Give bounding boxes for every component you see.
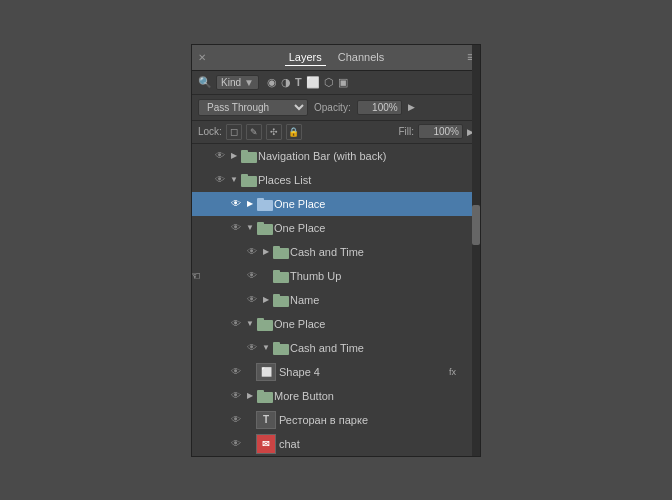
filter-adj-icon[interactable]: ◑ (281, 76, 291, 89)
blend-mode-select[interactable]: Pass Through (198, 99, 308, 116)
layer-item[interactable]: 👁 ▶ Cash and Time (192, 240, 480, 264)
visibility-icon[interactable]: 👁 (228, 316, 244, 332)
filter-smart-icon[interactable]: ⬡ (324, 76, 334, 89)
svg-rect-7 (257, 222, 264, 226)
opacity-label: Opacity: (314, 102, 351, 113)
svg-rect-5 (257, 198, 264, 202)
text-thumb: T (256, 411, 276, 429)
layer-item[interactable]: 👁 ▶ Thumb Up (192, 264, 480, 288)
filter-text-icon[interactable]: T (295, 76, 302, 88)
collapse-arrow[interactable]: ▶ (244, 198, 256, 210)
visibility-icon[interactable]: 👁 (228, 412, 244, 428)
lock-row: Lock: ◻ ✎ ✣ 🔒 Fill: ▶ (192, 121, 480, 144)
filter-shape-icon[interactable]: ⬜ (306, 76, 320, 89)
collapse-arrow[interactable]: ▼ (260, 342, 272, 354)
layer-item[interactable]: 👁 ▶ ✉ chat (192, 432, 480, 456)
folder-icon (272, 292, 290, 308)
visibility-icon[interactable]: 👁 (244, 340, 260, 356)
folder-icon (256, 220, 274, 236)
visibility-icon[interactable]: 👁 (212, 148, 228, 164)
filter-pixel-icon[interactable]: ◉ (267, 76, 277, 89)
panel-header: ✕ Layers Channels ≡ (192, 45, 480, 71)
svg-rect-3 (241, 174, 248, 178)
collapse-arrow[interactable]: ▼ (244, 318, 256, 330)
layer-item[interactable]: 👁 ▼ Places List (192, 168, 480, 192)
fill-section: Fill: ▶ (398, 124, 474, 139)
svg-rect-13 (273, 294, 280, 298)
opacity-input[interactable] (357, 100, 402, 115)
layer-item[interactable]: 👁 ▼ One Place (192, 216, 480, 240)
layer-name: Cash and Time (290, 342, 476, 354)
folder-icon (240, 148, 258, 164)
layer-name: Places List (258, 174, 476, 186)
image-thumb: ✉ (256, 434, 276, 454)
layers-panel: ✕ Layers Channels ≡ 🔍 Kind ▼ ◉ ◑ T ⬜ ⬡ ▣… (191, 44, 481, 457)
svg-rect-9 (273, 246, 280, 250)
filter-more-icon[interactable]: ▣ (338, 76, 348, 89)
filter-row: 🔍 Kind ▼ ◉ ◑ T ⬜ ⬡ ▣ (192, 71, 480, 95)
layer-name: Shape 4 (279, 366, 449, 378)
folder-icon (272, 244, 290, 260)
lock-label: Lock: (198, 126, 222, 137)
tab-channels[interactable]: Channels (334, 49, 388, 66)
svg-rect-19 (257, 390, 264, 394)
visibility-icon[interactable]: 👁 (228, 388, 244, 404)
folder-icon (240, 172, 258, 188)
svg-rect-11 (273, 270, 280, 274)
scrollbar-thumb[interactable] (472, 205, 480, 245)
blend-mode-row: Pass Through Opacity: ▶ (192, 95, 480, 121)
lock-image-icon[interactable]: ✎ (246, 124, 262, 140)
collapse-arrow[interactable]: ▶ (260, 294, 272, 306)
collapse-arrow[interactable]: ▼ (244, 222, 256, 234)
layer-item[interactable]: 👁 ▼ Cash and Time (192, 336, 480, 360)
lock-transparent-icon[interactable]: ◻ (226, 124, 242, 140)
lock-position-icon[interactable]: ✣ (266, 124, 282, 140)
visibility-icon[interactable]: 👁 (228, 436, 244, 452)
layer-name: More Button (274, 390, 476, 402)
panel-tabs: Layers Channels (285, 49, 389, 66)
panel-close-icon[interactable]: ✕ (198, 52, 206, 63)
svg-rect-1 (241, 150, 248, 154)
visibility-icon[interactable]: 👁 (244, 268, 260, 284)
svg-rect-15 (257, 318, 264, 322)
kind-selector[interactable]: Kind ▼ (216, 75, 259, 90)
layer-item[interactable]: 👁 ▶ Navigation Bar (with back) (192, 144, 480, 168)
layer-item[interactable]: 👁 ▶ More Button (192, 384, 480, 408)
collapse-arrow[interactable]: ▼ (228, 174, 240, 186)
opacity-arrow[interactable]: ▶ (408, 102, 415, 112)
search-icon: 🔍 (198, 76, 212, 89)
layer-item[interactable]: 👁 ▶ T Ресторан в парке (192, 408, 480, 432)
lock-all-icon[interactable]: 🔒 (286, 124, 302, 140)
layer-item[interactable]: 👁 ▶ One Place (192, 192, 480, 216)
visibility-icon[interactable]: 👁 (228, 220, 244, 236)
layer-name: Ресторан в парке (279, 414, 476, 426)
kind-label: Kind (221, 77, 241, 88)
folder-icon (256, 316, 274, 332)
layer-name: chat (279, 438, 476, 450)
layer-item[interactable]: 👁 ▼ One Place (192, 312, 480, 336)
layer-name: One Place (274, 198, 476, 210)
scrollbar[interactable] (472, 45, 480, 456)
layer-name: One Place (274, 222, 476, 234)
folder-icon (272, 340, 290, 356)
visibility-icon[interactable]: 👁 (228, 364, 244, 380)
svg-rect-17 (273, 342, 280, 346)
visibility-icon[interactable]: 👁 (244, 244, 260, 260)
folder-icon (272, 268, 290, 284)
visibility-icon[interactable]: 👁 (244, 292, 260, 308)
collapse-arrow[interactable]: ▶ (244, 390, 256, 402)
tab-layers[interactable]: Layers (285, 49, 326, 66)
layers-list: 👁 ▶ Navigation Bar (with back) 👁 ▼ Place… (192, 144, 480, 456)
layer-name: Thumb Up (290, 270, 476, 282)
layer-name: Cash and Time (290, 246, 476, 258)
folder-icon (256, 388, 274, 404)
collapse-arrow[interactable]: ▶ (260, 246, 272, 258)
collapse-arrow[interactable]: ▶ (228, 150, 240, 162)
layer-name: One Place (274, 318, 476, 330)
visibility-icon[interactable]: 👁 (228, 196, 244, 212)
layer-item[interactable]: 👁 ▶ ⬜ Shape 4 fx (192, 360, 480, 384)
fill-label: Fill: (398, 126, 414, 137)
visibility-icon[interactable]: 👁 (212, 172, 228, 188)
fill-input[interactable] (418, 124, 463, 139)
layer-item[interactable]: 👁 ▶ Name (192, 288, 480, 312)
